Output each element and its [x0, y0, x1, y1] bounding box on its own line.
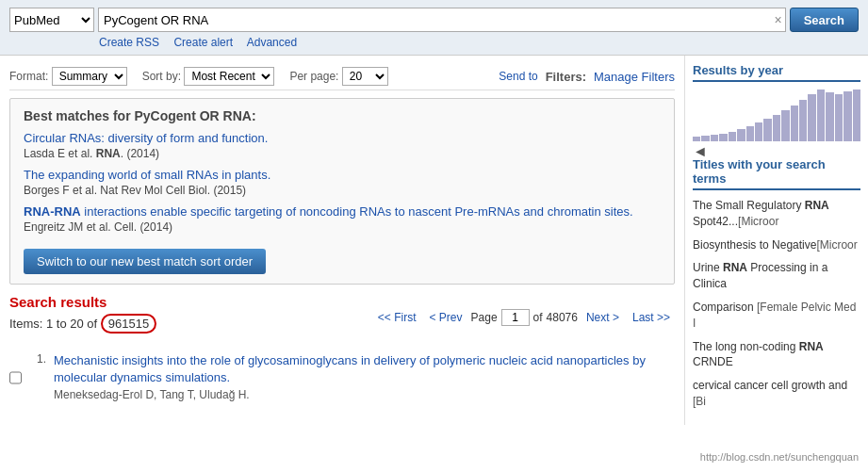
search-button[interactable]: Search — [790, 8, 859, 32]
search-links: Create RSS Create alert Advanced — [9, 36, 859, 49]
filters-label: Filters: — [546, 70, 586, 84]
manage-filters-link[interactable]: Manage Filters — [594, 70, 675, 84]
year-chart: ◄ — [693, 90, 860, 146]
search-row: PubMed PMC Nucleotide Protein Gene PyCog… — [9, 8, 859, 32]
chart-bar — [773, 115, 780, 141]
sidebar: Results by year ◄ Titles with your searc… — [684, 56, 868, 425]
database-select[interactable]: PubMed PMC Nucleotide Protein Gene — [9, 8, 94, 32]
best-match-link-2[interactable]: The expanding world of small RNAs in pla… — [24, 168, 661, 182]
prev-page-link[interactable]: < Prev — [425, 309, 467, 326]
sidebar-title-item-1: The Small Regulatory RNA Spot42...[Micro… — [693, 198, 860, 230]
chart-bar — [835, 94, 843, 141]
titles-section-title: Titles with your search terms — [693, 157, 860, 190]
result-authors-1: Meneksedag-Erol D, Tang T, Uludağ H. — [54, 388, 675, 401]
toolbar-right: Send to Filters: Manage Filters — [499, 70, 675, 84]
sidebar-title-item-2: Biosynthesis to Negative[Microor — [693, 237, 860, 253]
chart-bar — [791, 106, 798, 141]
best-matches-box: Best matches for PyCogent OR RNA: Circul… — [9, 98, 675, 285]
format-label: Format: Summary Abstract — [9, 67, 127, 86]
search-results-label: Search results — [9, 294, 675, 310]
chart-bar — [746, 126, 754, 141]
switch-sort-button[interactable]: Switch to our new best match sort order — [24, 249, 266, 274]
chart-bar — [701, 136, 709, 141]
sidebar-title-item-6: cervical cancer cell growth and [Bi — [693, 378, 860, 410]
best-match-link-3[interactable]: RNA-RNA interactions enable specific tar… — [24, 204, 661, 219]
chart-bar — [693, 137, 700, 141]
result-number-1: 1. — [29, 352, 46, 401]
create-alert-link[interactable]: Create alert — [173, 36, 233, 49]
chart-bar — [843, 91, 851, 141]
result-item: 1. Mechanistic insights into the role of… — [9, 347, 675, 401]
chart-bar — [711, 135, 718, 141]
search-input-wrap: PyCogent OR RNA × — [98, 8, 786, 32]
chart-bar — [817, 90, 825, 141]
items-count: 961515 — [101, 314, 156, 334]
first-page-link[interactable]: << First — [373, 309, 421, 326]
sort-label: Sort by: Most Recent Best Match — [142, 67, 275, 86]
chart-bar — [808, 94, 815, 141]
create-rss-link[interactable]: Create RSS — [99, 36, 159, 49]
sidebar-title-item-3: Urine RNA Processing in a Clinica — [693, 260, 860, 292]
best-matches-title: Best matches for PyCogent OR RNA: — [24, 108, 661, 123]
per-page-select[interactable]: 20 50 100 — [342, 67, 388, 86]
clear-button[interactable]: × — [774, 12, 781, 27]
result-content-1: Mechanistic insights into the role of gl… — [54, 352, 675, 401]
chart-bar — [781, 110, 789, 141]
search-input[interactable]: PyCogent OR RNA — [98, 8, 786, 32]
page-input[interactable]: 1 — [501, 309, 530, 326]
toolbar: Format: Summary Abstract Sort by: Most R… — [9, 63, 675, 90]
result-checkbox-1[interactable] — [9, 354, 22, 401]
result-title-link-1[interactable]: Mechanistic insights into the role of gl… — [54, 352, 675, 386]
sidebar-title-item-5: The long non-coding RNA CRNDE — [693, 339, 860, 371]
best-match-link-1[interactable]: Circular RNAs: diversity of form and fun… — [24, 131, 661, 145]
per-page-label: Per page: 20 50 100 — [289, 67, 387, 86]
chart-bar — [719, 134, 727, 141]
format-select[interactable]: Summary Abstract — [52, 67, 127, 86]
send-to-link[interactable]: Send to — [499, 70, 537, 83]
items-info: Items: 1 to 20 of 961515 — [9, 314, 156, 334]
search-results-section: Search results Items: 1 to 20 of 961515 … — [9, 294, 675, 401]
search-bar-area: PubMed PMC Nucleotide Protein Gene PyCog… — [0, 0, 868, 56]
sidebar-title-item-4: Comparison [Female Pelvic Med I — [693, 300, 860, 332]
pagination: << First < Prev Page 1 of 48076 Next > L… — [373, 309, 675, 326]
chart-bar — [853, 90, 860, 141]
last-page-link[interactable]: Last >> — [628, 309, 675, 326]
chart-bar — [737, 129, 745, 141]
chart-bars — [693, 90, 860, 141]
sort-select[interactable]: Most Recent Best Match — [184, 67, 274, 86]
chart-left-arrow[interactable]: ◄ — [693, 143, 708, 159]
main-layout: Format: Summary Abstract Sort by: Most R… — [0, 56, 868, 425]
toolbar-left: Format: Summary Abstract Sort by: Most R… — [9, 67, 388, 86]
chart-bar — [826, 92, 833, 141]
chart-bar — [755, 122, 762, 141]
best-match-meta-1: Lasda E et al. RNA. (2014) — [24, 147, 661, 160]
best-match-meta-2: Borges F et al. Nat Rev Mol Cell Biol. (… — [24, 184, 661, 197]
total-pages: 48076 — [547, 311, 578, 324]
year-chart-title: Results by year — [693, 63, 860, 82]
chart-bar — [763, 119, 771, 141]
content-area: Format: Summary Abstract Sort by: Most R… — [0, 56, 684, 425]
chart-bar — [799, 100, 807, 141]
advanced-link[interactable]: Advanced — [247, 36, 297, 49]
best-match-meta-3: Engreitz JM et al. Cell. (2014) — [24, 220, 661, 234]
chart-bar — [729, 132, 736, 141]
next-page-link[interactable]: Next > — [581, 309, 624, 326]
